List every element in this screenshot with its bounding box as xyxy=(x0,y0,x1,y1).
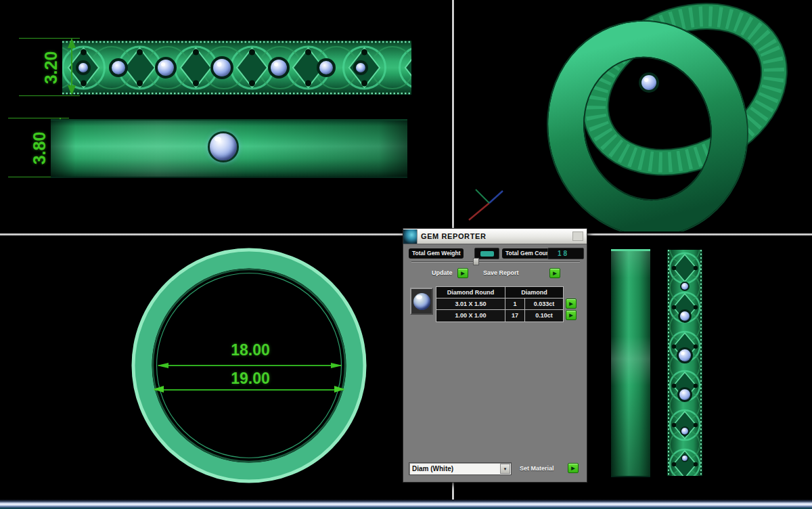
gem-reporter-dialog: GEM REPORTER Total Gem Weight Total Gem … xyxy=(403,228,587,483)
total-gem-weight-label: Total Gem Weight xyxy=(409,248,464,259)
viewport-perspective[interactable] xyxy=(454,0,812,234)
row-go-button[interactable]: ▶ xyxy=(566,310,577,320)
dropdown-arrow-icon[interactable]: ▼ xyxy=(500,464,510,474)
save-report-button[interactable]: ▶ xyxy=(549,268,560,278)
dimension-shank-height: 3.80 xyxy=(30,121,49,175)
set-material-button[interactable]: ▶ xyxy=(568,463,579,473)
gem-size-cell: 3.01 X 1.50 xyxy=(436,298,505,309)
dimension-inner-diameter: 18.00 xyxy=(222,341,279,359)
gem-size-slider[interactable] xyxy=(411,261,580,263)
gem-size-cell: 1.00 X 1.00 xyxy=(436,310,505,322)
gem-size-slider-thumb[interactable] xyxy=(473,258,479,265)
band-gems xyxy=(76,56,368,79)
gem-type-header: Diamond Round xyxy=(436,287,505,298)
front-band-gem xyxy=(641,75,656,90)
ornate-band-elevation xyxy=(665,248,704,477)
axis-gizmo-icon xyxy=(464,183,511,227)
weight-value-indicator xyxy=(480,251,494,257)
gem-weight-cell: 0.033ct xyxy=(525,298,563,309)
gem-weight-cell: 0.10ct xyxy=(525,310,563,322)
material-dropdown[interactable]: Diam (White) ▼ xyxy=(409,462,512,475)
gem-sphere-icon xyxy=(413,293,430,310)
gem-reporter-titlebar[interactable]: GEM REPORTER xyxy=(403,229,587,244)
update-label: Update xyxy=(432,269,453,276)
update-button[interactable]: ▶ xyxy=(457,268,468,278)
gem-count-cell: 17 xyxy=(505,310,525,322)
jewelry-cad-workspace: 3.20 3.80 xyxy=(0,0,812,509)
material-dropdown-value: Diam (White) xyxy=(409,465,500,472)
total-gem-count-value: 18 xyxy=(547,248,584,259)
gem-table-row[interactable]: 3.01 X 1.50 1 0.033ct xyxy=(436,298,563,310)
viewport-right[interactable] xyxy=(589,236,812,500)
gem-table-header: Diamond Round Diamond xyxy=(436,287,563,298)
viewport-top[interactable]: 18.00 19.00 xyxy=(0,236,452,500)
gem-reporter-title: GEM REPORTER xyxy=(421,232,486,240)
dimension-outer-diameter: 19.00 xyxy=(221,370,280,388)
set-material-label: Set Material xyxy=(520,465,554,472)
viewport-front[interactable]: 3.20 3.80 xyxy=(0,0,452,234)
gem-table: Diamond Round Diamond 3.01 X 1.50 1 0.03… xyxy=(436,286,564,322)
gem-count-cell: 1 xyxy=(505,298,525,309)
row-go-button[interactable]: ▶ xyxy=(566,298,577,309)
save-report-label: Save Report xyxy=(483,269,519,276)
dialog-window-button[interactable] xyxy=(572,231,583,241)
ornate-band-side-view xyxy=(61,37,413,99)
gem-reporter-app-icon xyxy=(403,229,418,244)
gem-table-row[interactable]: 1.00 X 1.00 17 0.10ct xyxy=(436,310,563,322)
dimension-band-height: 3.20 xyxy=(41,41,60,95)
gem-type-button[interactable] xyxy=(410,288,433,315)
center-gem xyxy=(208,131,239,162)
gem-col-header: Diamond xyxy=(505,287,563,298)
window-bottom-edge xyxy=(0,500,812,509)
plain-band-elevation xyxy=(611,249,650,477)
